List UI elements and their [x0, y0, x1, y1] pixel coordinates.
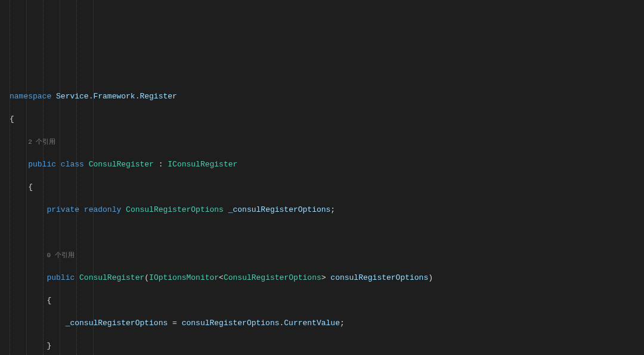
- brace: {: [10, 115, 14, 124]
- code-line[interactable]: {: [10, 181, 644, 193]
- semi: ;: [330, 205, 335, 214]
- param-name: consulRegisterOptions: [326, 273, 429, 282]
- field-ref: _consulRegisterOptions: [66, 319, 168, 328]
- field-name: _consulRegisterOptions: [228, 205, 331, 214]
- type-name: ConsulRegisterOptions: [224, 273, 321, 282]
- code-line[interactable]: private readonly ConsulRegisterOptions _…: [10, 204, 644, 215]
- code-line[interactable]: [10, 227, 644, 238]
- code-line[interactable]: _consulRegisterOptions = consulRegisterO…: [10, 317, 644, 329]
- code-line[interactable]: 0 个引用: [10, 249, 644, 261]
- property-ref: CurrentValue: [284, 319, 340, 328]
- code-editor[interactable]: namespace Service.Framework.Register { 2…: [0, 0, 644, 355]
- keyword: public: [28, 160, 56, 169]
- type-name: ConsulRegisterOptions: [126, 205, 224, 214]
- code-line[interactable]: public ConsulRegister(IOptionsMonitor<Co…: [10, 272, 644, 283]
- code-line[interactable]: {: [10, 113, 644, 125]
- keyword: readonly: [84, 205, 121, 214]
- reference-count[interactable]: 0 个引用: [47, 252, 74, 259]
- param-ref: consulRegisterOptions: [182, 319, 280, 328]
- keyword: private: [47, 205, 79, 214]
- interface-name: IConsulRegister: [168, 160, 237, 169]
- code-line[interactable]: {: [10, 295, 644, 306]
- namespace-name: Service.Framework.Register: [56, 92, 177, 101]
- type-name: IOptionsMonitor: [149, 273, 219, 282]
- ctor-name: ConsulRegister: [79, 273, 144, 282]
- code-line[interactable]: }: [10, 340, 644, 351]
- brace: }: [47, 341, 51, 350]
- reference-count[interactable]: 2 个引用: [28, 138, 55, 146]
- code-line[interactable]: namespace Service.Framework.Register: [10, 91, 644, 102]
- brace: {: [28, 183, 33, 192]
- keyword: public: [47, 273, 75, 282]
- class-name: ConsulRegister: [89, 160, 154, 169]
- keyword: class: [61, 160, 84, 169]
- keyword: namespace: [10, 92, 51, 101]
- code-line[interactable]: 2 个引用: [10, 136, 644, 147]
- brace: {: [47, 296, 51, 305]
- colon: :: [154, 160, 168, 169]
- code-line[interactable]: public class ConsulRegister : IConsulReg…: [10, 159, 644, 170]
